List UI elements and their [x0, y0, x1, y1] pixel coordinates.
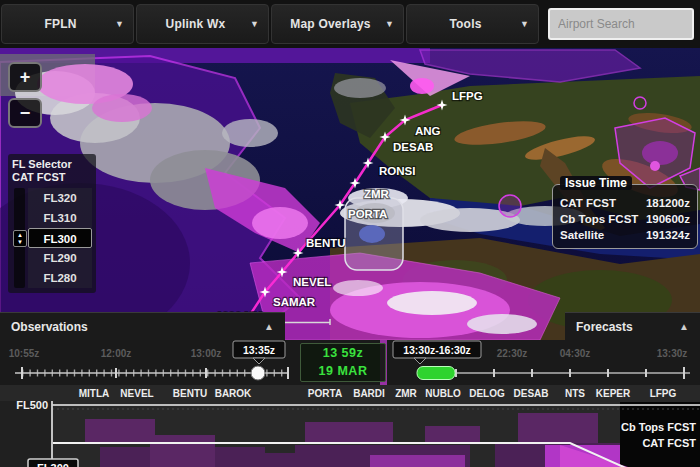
- chevron-down-icon: ▼: [385, 19, 394, 29]
- issue-cat-value: 181200z: [646, 195, 690, 211]
- collapse-up-icon: ▲: [679, 321, 689, 332]
- waypoint-label: ANG: [415, 125, 441, 137]
- fcst-tick-label: 04:30z: [560, 348, 591, 359]
- issue-time-title: Issue Time: [560, 176, 632, 190]
- menu-tools[interactable]: Tools ▼: [406, 4, 539, 44]
- issue-time-panel: Issue Time CAT FCST 181200z Cb Tops FCST…: [552, 184, 698, 249]
- issue-satellite-value: 191324z: [646, 227, 690, 243]
- obs-tick-label: 10:55z: [9, 348, 40, 359]
- issue-cbtops-label: Cb Tops FCST: [560, 211, 638, 227]
- forecasts-selected-range: 13:30z-16:30z: [403, 344, 471, 356]
- menu-uplink-wx[interactable]: Uplink Wx ▼: [136, 4, 269, 44]
- observations-time-bubble: 13:35z: [233, 341, 285, 364]
- zoom-out-button[interactable]: −: [8, 98, 42, 128]
- observations-slider-track[interactable]: [15, 367, 288, 379]
- spinner-down-icon: ▼: [17, 239, 23, 246]
- minus-icon: −: [20, 103, 31, 123]
- chevron-down-icon: ▼: [115, 19, 124, 29]
- menu-tools-label: Tools: [449, 17, 495, 31]
- tab-forecasts-label: Forecasts: [576, 320, 633, 334]
- waypoint-label: LFPG: [452, 90, 483, 102]
- issue-satellite-label: Satellite: [560, 227, 604, 243]
- forecasts-slider-track[interactable]: [418, 367, 690, 379]
- menu-fpln-label: FPLN: [44, 17, 90, 31]
- plus-icon: +: [20, 67, 31, 87]
- fl500-label: FL500: [16, 399, 48, 411]
- profile-waypoint: KEPER: [596, 388, 631, 399]
- fl-selector-subtitle: CAT FCST: [12, 171, 92, 184]
- top-menu-bar: FPLN ▼ Uplink Wx ▼ Map Overlays ▼ Tools …: [0, 0, 700, 48]
- cb-tops-lower-blocks: [100, 443, 628, 467]
- fl-option-310[interactable]: FL310: [28, 208, 92, 228]
- issue-cat-label: CAT FCST: [560, 195, 616, 211]
- fl-option-290[interactable]: FL290: [28, 248, 92, 268]
- menu-fpln[interactable]: FPLN ▼: [1, 4, 134, 44]
- waypoint-label: ZMR: [364, 188, 390, 200]
- menu-map-overlays-label: Map Overlays: [290, 17, 384, 31]
- fl300-label: FL300: [37, 462, 69, 467]
- airport-search-input[interactable]: [548, 8, 694, 40]
- fcst-tick-label: 13:30z: [657, 348, 688, 359]
- profile-waypoint: NUBLO: [425, 388, 461, 399]
- obs-tick-label: 12:00z: [101, 348, 132, 359]
- profile-waypoint: PORTA: [308, 388, 342, 399]
- fl-selector-title: FL Selector: [12, 158, 92, 171]
- current-time-display: 13 59z 19 MAR: [300, 343, 386, 382]
- profile-waypoint: ZMR: [395, 388, 417, 399]
- fl-option-300-label: FL300: [43, 233, 76, 245]
- obs-tick-label: 13:00z: [191, 348, 222, 359]
- weather-app-window: FPLN ▼ Uplink Wx ▼ Map Overlays ▼ Tools …: [0, 0, 700, 467]
- tab-observations-label: Observations: [11, 320, 88, 334]
- tab-observations[interactable]: Observations ▲: [0, 312, 285, 340]
- waypoint-label: RONSI: [379, 165, 415, 177]
- legend-cb-tops: Cb Tops FCST: [621, 421, 696, 433]
- profile-waypoint: NEVEL: [120, 388, 153, 399]
- observation-tick-labels: 10:55z 12:00z 13:00z: [9, 348, 222, 359]
- profile-waypoint: NTS: [565, 388, 585, 399]
- fl-option-320[interactable]: FL320: [28, 188, 92, 208]
- weather-map[interactable]: MIDRI SAMAR NEVEL BENTU PORTA ZMR RONSI …: [0, 48, 700, 340]
- current-date: 19 MAR: [301, 362, 385, 380]
- chevron-down-icon: ▼: [520, 19, 529, 29]
- collapse-up-icon: ▲: [264, 321, 274, 332]
- fl-selector-panel: FL Selector CAT FCST FL320 FL310 ▲ ▼ FL3…: [8, 154, 96, 293]
- forecast-tick-labels: 22:30z 04:30z 13:30z: [497, 348, 688, 359]
- observations-slider-handle[interactable]: [251, 366, 265, 380]
- forecasts-slider-handle[interactable]: [417, 367, 455, 380]
- current-time: 13 59z: [301, 344, 385, 362]
- menu-map-overlays[interactable]: Map Overlays ▼: [271, 4, 404, 44]
- waypoint-label: BENTU: [306, 237, 346, 249]
- forecasts-range-bubble: 13:30z-16:30z: [393, 341, 481, 364]
- profile-waypoint: MITLA: [79, 388, 110, 399]
- legend-cat-fcst: CAT FCST: [642, 437, 696, 449]
- fl300-marker: FL300: [28, 459, 78, 467]
- observations-selected-time: 13:35z: [243, 344, 275, 356]
- profile-waypoint: DESAB: [513, 388, 548, 399]
- chevron-down-icon: ▼: [250, 19, 259, 29]
- time-slider-strip: 10:55z 12:00z 13:00z 13:35z 22:30z: [0, 340, 700, 385]
- waypoint-label: PORTA: [348, 208, 387, 220]
- fl-option-300-selected[interactable]: ▲ ▼ FL300: [28, 228, 92, 248]
- tab-forecasts[interactable]: Forecasts ▲: [565, 312, 700, 340]
- waypoint-label: DESAB: [393, 141, 433, 153]
- profile-waypoint: DELOG: [469, 388, 505, 399]
- issue-cbtops-value: 190600z: [646, 211, 690, 227]
- zoom-in-button[interactable]: +: [8, 62, 42, 92]
- vertical-profile-panel: FL500 FL300 MITLA NEVEL BENTU BAROK PORT…: [0, 385, 700, 467]
- spinner-up-icon: ▲: [17, 232, 23, 239]
- menu-uplink-wx-label: Uplink Wx: [166, 17, 240, 31]
- profile-no-data-region: [620, 402, 700, 467]
- profile-waypoint: BAROK: [215, 388, 252, 399]
- fl-spinner-control[interactable]: ▲ ▼: [13, 230, 27, 247]
- waypoint-label: NEVEL: [293, 276, 331, 288]
- waypoint-label: SAMAR: [273, 296, 316, 308]
- fl-option-280[interactable]: FL280: [28, 268, 92, 288]
- fcst-tick-label: 22:30z: [497, 348, 528, 359]
- profile-waypoint: LFPG: [650, 388, 677, 399]
- profile-waypoint: BENTU: [173, 388, 207, 399]
- profile-waypoint: BARDI: [353, 388, 385, 399]
